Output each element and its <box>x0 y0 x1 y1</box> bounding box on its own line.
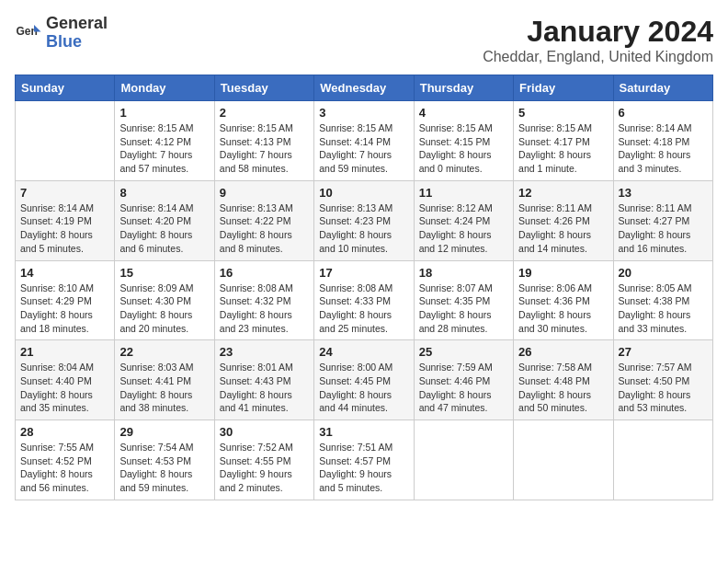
day-number: 28 <box>20 425 109 439</box>
day-number: 19 <box>518 266 608 280</box>
calendar-cell: 7Sunrise: 8:14 AM Sunset: 4:19 PM Daylig… <box>16 180 115 260</box>
calendar-cell <box>514 420 613 500</box>
calendar-cell: 11Sunrise: 8:12 AM Sunset: 4:24 PM Dayli… <box>414 180 513 260</box>
day-info: Sunrise: 8:15 AM Sunset: 4:12 PM Dayligh… <box>119 121 209 176</box>
calendar-cell: 27Sunrise: 7:57 AM Sunset: 4:50 PM Dayli… <box>613 340 712 420</box>
day-number: 6 <box>619 106 708 120</box>
day-number: 11 <box>419 186 508 200</box>
calendar-cell: 4Sunrise: 8:15 AM Sunset: 4:15 PM Daylig… <box>414 101 513 181</box>
calendar-cell: 19Sunrise: 8:06 AM Sunset: 4:36 PM Dayli… <box>514 260 613 340</box>
day-info: Sunrise: 7:51 AM Sunset: 4:57 PM Dayligh… <box>319 441 408 495</box>
day-info: Sunrise: 8:08 AM Sunset: 4:32 PM Dayligh… <box>220 282 309 336</box>
day-number: 3 <box>319 106 408 120</box>
day-info: Sunrise: 8:15 AM Sunset: 4:17 PM Dayligh… <box>518 121 608 176</box>
week-row-3: 14Sunrise: 8:10 AM Sunset: 4:29 PM Dayli… <box>16 260 713 340</box>
day-number: 25 <box>419 345 508 359</box>
day-info: Sunrise: 8:13 AM Sunset: 4:23 PM Dayligh… <box>319 201 408 256</box>
day-number: 7 <box>20 186 109 200</box>
week-row-5: 28Sunrise: 7:55 AM Sunset: 4:52 PM Dayli… <box>16 420 713 500</box>
day-info: Sunrise: 7:54 AM Sunset: 4:53 PM Dayligh… <box>119 441 209 495</box>
day-info: Sunrise: 7:58 AM Sunset: 4:48 PM Dayligh… <box>518 361 608 415</box>
calendar-cell: 3Sunrise: 8:15 AM Sunset: 4:14 PM Daylig… <box>314 101 414 181</box>
day-info: Sunrise: 8:07 AM Sunset: 4:35 PM Dayligh… <box>419 282 508 336</box>
day-info: Sunrise: 8:00 AM Sunset: 4:45 PM Dayligh… <box>319 361 408 415</box>
column-header-sunday: Sunday <box>16 75 115 101</box>
day-number: 4 <box>419 106 508 120</box>
calendar-cell: 10Sunrise: 8:13 AM Sunset: 4:23 PM Dayli… <box>314 180 414 260</box>
day-number: 8 <box>119 186 209 200</box>
day-info: Sunrise: 8:04 AM Sunset: 4:40 PM Dayligh… <box>20 361 109 415</box>
header-row: SundayMondayTuesdayWednesdayThursdayFrid… <box>16 75 713 101</box>
calendar-cell: 12Sunrise: 8:11 AM Sunset: 4:26 PM Dayli… <box>514 180 613 260</box>
calendar-cell: 16Sunrise: 8:08 AM Sunset: 4:32 PM Dayli… <box>214 260 313 340</box>
calendar-cell: 8Sunrise: 8:14 AM Sunset: 4:20 PM Daylig… <box>115 180 214 260</box>
day-info: Sunrise: 8:14 AM Sunset: 4:20 PM Dayligh… <box>119 201 209 256</box>
day-number: 31 <box>319 425 408 439</box>
day-info: Sunrise: 8:14 AM Sunset: 4:18 PM Dayligh… <box>619 121 708 176</box>
calendar-cell: 5Sunrise: 8:15 AM Sunset: 4:17 PM Daylig… <box>514 101 613 181</box>
day-info: Sunrise: 8:03 AM Sunset: 4:41 PM Dayligh… <box>119 361 209 415</box>
calendar-cell: 20Sunrise: 8:05 AM Sunset: 4:38 PM Dayli… <box>613 260 712 340</box>
calendar-header: SundayMondayTuesdayWednesdayThursdayFrid… <box>16 75 713 101</box>
day-number: 14 <box>20 266 109 280</box>
day-info: Sunrise: 8:09 AM Sunset: 4:30 PM Dayligh… <box>119 282 209 336</box>
day-info: Sunrise: 8:06 AM Sunset: 4:36 PM Dayligh… <box>518 282 608 336</box>
day-info: Sunrise: 8:13 AM Sunset: 4:22 PM Dayligh… <box>220 201 309 256</box>
column-header-friday: Friday <box>514 75 613 101</box>
day-info: Sunrise: 8:01 AM Sunset: 4:43 PM Dayligh… <box>220 361 309 415</box>
day-info: Sunrise: 8:08 AM Sunset: 4:33 PM Dayligh… <box>319 282 408 336</box>
week-row-4: 21Sunrise: 8:04 AM Sunset: 4:40 PM Dayli… <box>16 340 713 420</box>
calendar-cell: 29Sunrise: 7:54 AM Sunset: 4:53 PM Dayli… <box>115 420 214 500</box>
column-header-saturday: Saturday <box>613 75 712 101</box>
logo-blue-text: Blue <box>46 33 108 52</box>
day-number: 30 <box>220 425 309 439</box>
calendar-cell: 28Sunrise: 7:55 AM Sunset: 4:52 PM Dayli… <box>16 420 115 500</box>
calendar-cell <box>414 420 513 500</box>
calendar-cell: 24Sunrise: 8:00 AM Sunset: 4:45 PM Dayli… <box>314 340 414 420</box>
sub-title: Cheddar, England, United Kingdom <box>483 49 713 65</box>
day-number: 1 <box>119 106 209 120</box>
column-header-tuesday: Tuesday <box>214 75 313 101</box>
week-row-1: 1Sunrise: 8:15 AM Sunset: 4:12 PM Daylig… <box>16 101 713 181</box>
calendar-cell: 14Sunrise: 8:10 AM Sunset: 4:29 PM Dayli… <box>16 260 115 340</box>
week-row-2: 7Sunrise: 8:14 AM Sunset: 4:19 PM Daylig… <box>16 180 713 260</box>
day-number: 24 <box>319 345 408 359</box>
day-info: Sunrise: 8:12 AM Sunset: 4:24 PM Dayligh… <box>419 201 508 256</box>
calendar-cell: 17Sunrise: 8:08 AM Sunset: 4:33 PM Dayli… <box>314 260 414 340</box>
logo-general-text: General <box>46 15 108 33</box>
column-header-thursday: Thursday <box>414 75 513 101</box>
main-title: January 2024 <box>483 15 713 49</box>
day-number: 17 <box>319 266 408 280</box>
day-number: 21 <box>20 345 109 359</box>
day-number: 10 <box>319 186 408 200</box>
day-info: Sunrise: 8:11 AM Sunset: 4:26 PM Dayligh… <box>518 201 608 256</box>
day-number: 5 <box>518 106 608 120</box>
day-info: Sunrise: 7:57 AM Sunset: 4:50 PM Dayligh… <box>619 361 708 415</box>
calendar-cell: 23Sunrise: 8:01 AM Sunset: 4:43 PM Dayli… <box>214 340 313 420</box>
calendar-cell: 25Sunrise: 7:59 AM Sunset: 4:46 PM Dayli… <box>414 340 513 420</box>
calendar-cell: 31Sunrise: 7:51 AM Sunset: 4:57 PM Dayli… <box>314 420 414 500</box>
day-number: 26 <box>518 345 608 359</box>
day-info: Sunrise: 8:14 AM Sunset: 4:19 PM Dayligh… <box>20 201 109 256</box>
calendar-cell: 13Sunrise: 8:11 AM Sunset: 4:27 PM Dayli… <box>613 180 712 260</box>
calendar-cell: 22Sunrise: 8:03 AM Sunset: 4:41 PM Dayli… <box>115 340 214 420</box>
day-number: 29 <box>119 425 209 439</box>
column-header-monday: Monday <box>115 75 214 101</box>
day-info: Sunrise: 8:15 AM Sunset: 4:13 PM Dayligh… <box>220 121 309 176</box>
day-number: 18 <box>419 266 508 280</box>
day-info: Sunrise: 8:15 AM Sunset: 4:14 PM Dayligh… <box>319 121 408 176</box>
day-number: 23 <box>220 345 309 359</box>
day-number: 9 <box>220 186 309 200</box>
calendar-cell: 18Sunrise: 8:07 AM Sunset: 4:35 PM Dayli… <box>414 260 513 340</box>
calendar-cell: 21Sunrise: 8:04 AM Sunset: 4:40 PM Dayli… <box>16 340 115 420</box>
day-info: Sunrise: 7:59 AM Sunset: 4:46 PM Dayligh… <box>419 361 508 415</box>
title-area: January 2024 Cheddar, England, United Ki… <box>483 15 713 65</box>
day-info: Sunrise: 8:11 AM Sunset: 4:27 PM Dayligh… <box>619 201 708 256</box>
day-info: Sunrise: 8:05 AM Sunset: 4:38 PM Dayligh… <box>619 282 708 336</box>
column-header-wednesday: Wednesday <box>314 75 414 101</box>
logo: Gen General Blue <box>15 15 108 52</box>
day-number: 2 <box>220 106 309 120</box>
calendar-body: 1Sunrise: 8:15 AM Sunset: 4:12 PM Daylig… <box>16 101 713 500</box>
calendar-cell: 1Sunrise: 8:15 AM Sunset: 4:12 PM Daylig… <box>115 101 214 181</box>
logo-icon: Gen <box>15 19 42 47</box>
